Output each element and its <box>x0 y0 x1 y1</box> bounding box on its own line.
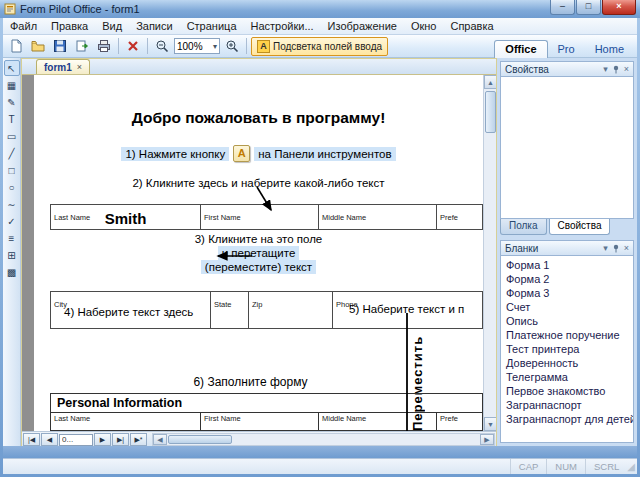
scroll-right-icon[interactable]: ▶ <box>480 434 494 445</box>
line-tool-icon[interactable]: ╱ <box>4 145 20 161</box>
form-page[interactable]: Добро пожаловать в программу! 1) Нажмите… <box>34 75 483 431</box>
first-name-cell[interactable]: First Name <box>201 205 319 230</box>
step3-line2: и перетащите <box>218 246 300 260</box>
last-name-cell[interactable]: Last Name Smith <box>51 205 201 230</box>
scroll-down-icon[interactable]: ▼ <box>484 417 496 431</box>
blank-item[interactable]: Форма 2 <box>501 272 633 286</box>
save-button[interactable] <box>50 37 70 56</box>
menu-image[interactable]: Изображение <box>321 18 404 34</box>
highlight-a-icon: A <box>257 40 270 53</box>
image-tool-icon[interactable]: ▦ <box>4 77 20 93</box>
blank-item[interactable]: Форма 1 <box>501 258 633 272</box>
zoom-in-button[interactable] <box>222 37 242 56</box>
pin-icon[interactable] <box>612 244 620 253</box>
scroll-lock-indicator: SCRL <box>585 459 627 474</box>
next-record-button[interactable]: ▶ <box>94 433 111 446</box>
blank-item[interactable]: Форма 3 <box>501 286 633 300</box>
zip-cell[interactable]: Zip <box>249 292 333 329</box>
p-prefix-label: Prefe <box>437 413 482 431</box>
vertical-scrollbar[interactable]: ▲ ▼ <box>483 75 496 431</box>
close-button[interactable]: × <box>602 0 636 15</box>
p-first-name-label: First Name <box>201 413 319 431</box>
select-tool-icon[interactable]: ↖ <box>4 60 20 76</box>
panel-close-icon[interactable]: × <box>624 64 629 74</box>
title-bar[interactable]: Form Pilot Office - form1 – □ × <box>0 0 640 18</box>
panel-menu-icon[interactable]: ▾ <box>603 64 608 74</box>
zoom-select[interactable]: 100% ▾ <box>174 38 220 54</box>
toolbar-separator <box>118 38 119 54</box>
tab-shelf[interactable]: Полка <box>500 219 547 235</box>
tab-close-icon[interactable]: × <box>77 62 82 72</box>
rectangle-tool-icon[interactable]: □ <box>4 162 20 178</box>
menu-records[interactable]: Записи <box>129 18 180 34</box>
minimize-button[interactable]: – <box>550 0 575 15</box>
record-number-input[interactable] <box>59 434 93 446</box>
maximize-button[interactable]: □ <box>576 0 601 15</box>
field-tool-icon[interactable]: ▭ <box>4 128 20 144</box>
scroll-up-icon[interactable]: ▲ <box>484 75 496 89</box>
blank-item[interactable]: Загранпаспорт для детей <box>501 412 633 426</box>
horizontal-scrollbar[interactable]: ◀ ▶ <box>152 433 495 446</box>
blank-item[interactable]: Телеграмма <box>501 370 633 384</box>
zoom-out-button[interactable] <box>152 37 172 56</box>
menu-help[interactable]: Справка <box>443 18 500 34</box>
new-document-button[interactable] <box>6 37 26 56</box>
resize-grip[interactable]: ◢ <box>627 461 637 472</box>
delete-button[interactable] <box>123 37 143 56</box>
tab-office[interactable]: Office <box>494 40 547 58</box>
blanks-panel: Бланки ▾ × Форма 1 Форма 2 Форма 3 Счет … <box>500 240 634 443</box>
menu-edit[interactable]: Правка <box>44 18 95 34</box>
new-record-button[interactable]: ▶* <box>130 433 147 446</box>
grid-tool-icon[interactable]: ▩ <box>4 264 20 280</box>
highlight-fields-toggle[interactable]: A Подсветка полей ввода <box>251 37 388 56</box>
vertical-scroll-thumb[interactable] <box>485 91 496 133</box>
blank-item[interactable]: Платежное поручение <box>501 328 633 342</box>
state-cell[interactable]: State <box>211 292 249 329</box>
blank-item[interactable]: Опись <box>501 314 633 328</box>
pin-icon[interactable] <box>612 65 620 74</box>
menu-window[interactable]: Окно <box>404 18 444 34</box>
menu-view[interactable]: Вид <box>95 18 129 34</box>
prev-record-button[interactable]: ◀ <box>41 433 58 446</box>
last-record-button[interactable]: ▶| <box>112 433 129 446</box>
scroll-left-icon[interactable]: ◀ <box>153 434 167 445</box>
document-tabstrip: form1 × <box>22 59 496 75</box>
menu-page[interactable]: Страница <box>180 18 244 34</box>
properties-panel-header[interactable]: Свойства ▾ × <box>500 61 634 77</box>
import-button[interactable] <box>72 37 92 56</box>
prefix-cell[interactable]: Prefe <box>437 205 483 230</box>
tab-properties[interactable]: Свойства <box>549 219 611 235</box>
blank-item[interactable]: Счет <box>501 300 633 314</box>
panel-menu-icon[interactable]: ▾ <box>603 243 608 253</box>
panel-close-icon[interactable]: × <box>624 243 629 253</box>
tab-pro[interactable]: Pro <box>548 41 585 58</box>
menu-file[interactable]: Файл <box>3 18 44 34</box>
middle-name-label: Middle Name <box>322 213 366 222</box>
menu-settings[interactable]: Настройки... <box>244 18 321 34</box>
curve-tool-icon[interactable]: ∼ <box>4 196 20 212</box>
first-record-button[interactable]: |◀ <box>23 433 40 446</box>
blank-item[interactable]: Тест принтера <box>501 342 633 356</box>
record-navigation-bar: |◀ ◀ ▶ ▶| ▶* ◀ ▶ <box>22 431 496 447</box>
blank-item[interactable]: Доверенность <box>501 356 633 370</box>
tab-home[interactable]: Home <box>585 41 634 58</box>
horizontal-scroll-thumb[interactable] <box>168 435 232 444</box>
step4-text: 4) Наберите текст здесь <box>64 306 193 318</box>
pencil-tool-icon[interactable]: ✎ <box>4 94 20 110</box>
blank-item[interactable]: Загранпаспорт <box>501 398 633 412</box>
table-tool-icon[interactable]: ⊞ <box>4 247 20 263</box>
blanks-panel-header[interactable]: Бланки ▾ × <box>500 240 634 256</box>
list-tool-icon[interactable]: ≡ <box>4 230 20 246</box>
blank-item[interactable]: Первое знакомство <box>501 384 633 398</box>
tool-palette: ↖ ▦ ✎ T ▭ ╱ □ ○ ∼ ✓ ≡ ⊞ ▩ <box>3 58 21 446</box>
ellipse-tool-icon[interactable]: ○ <box>4 179 20 195</box>
print-button[interactable] <box>94 37 114 56</box>
middle-name-cell[interactable]: Middle Name <box>319 205 437 230</box>
window-title: Form Pilot Office - form1 <box>20 3 546 15</box>
text-tool-icon[interactable]: T <box>4 111 20 127</box>
typed-text-smith[interactable]: Smith <box>51 210 200 227</box>
document-tab-form1[interactable]: form1 × <box>36 59 90 74</box>
open-button[interactable] <box>28 37 48 56</box>
step1-text-post: на Панели инструментов <box>254 147 395 161</box>
check-tool-icon[interactable]: ✓ <box>4 213 20 229</box>
